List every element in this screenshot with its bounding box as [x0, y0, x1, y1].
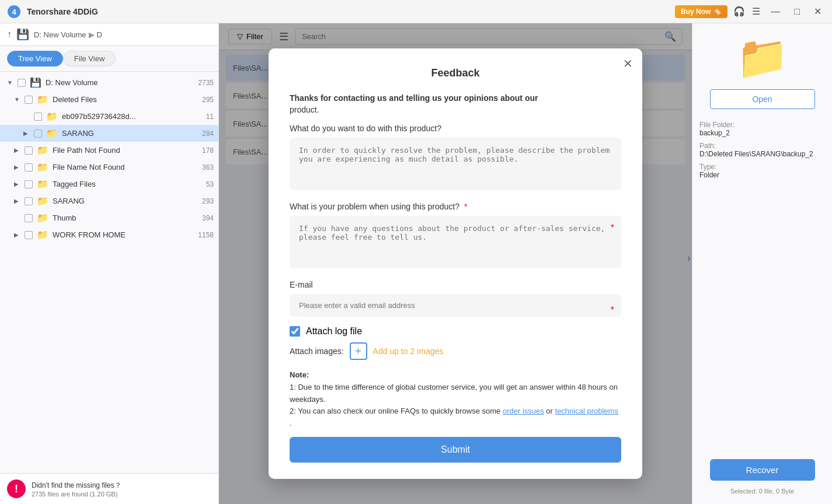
tree-item[interactable]: ▶ 📁 SARANG 284 — [0, 125, 218, 142]
required-indicator-email: * — [611, 305, 614, 316]
note-section: Note: 1: Due to the time difference of g… — [290, 369, 621, 430]
tree-item[interactable]: ▶ 📁 WORK FROM HOME 1158 — [0, 226, 218, 243]
item-label: SARANG — [53, 197, 200, 205]
menu-icon[interactable]: ☰ — [752, 6, 760, 17]
breadcrumb-sep: ▶ — [89, 30, 95, 39]
sidebar: ↑ 💾 D: New Volume ▶ D Tree View File Vie… — [0, 23, 219, 504]
folder-icon: 📁 — [37, 178, 48, 190]
tree-item[interactable]: ▶ 📁 Tagged Files 53 — [0, 176, 218, 192]
folder-icon: 📁 — [37, 195, 48, 206]
attach-log-checkbox[interactable] — [290, 326, 300, 337]
email-label: E-mail — [290, 280, 621, 289]
sidebar-footer: ! Didn't find the missing files？ 2735 fi… — [0, 473, 218, 504]
attach-log-label: Attach log file — [306, 326, 362, 337]
item-label: Deleted Files — [53, 95, 200, 104]
folder-icon: 💾 — [30, 77, 41, 88]
type-value: Folder — [699, 171, 825, 179]
note-line2-pre: 2: You can also check our online FAQs to… — [290, 407, 503, 415]
feedback-modal: ✕ Feedback Thanks for contacting us and … — [269, 48, 642, 479]
expand-icon: ▼ — [7, 79, 15, 86]
breadcrumb-root: D: New Volume — [34, 30, 86, 39]
expand-icon: ▶ — [14, 232, 22, 238]
item-checkbox[interactable] — [25, 163, 33, 172]
modal-close-button[interactable]: ✕ — [623, 57, 633, 71]
expand-icon: ▶ — [14, 147, 22, 153]
item-checkbox[interactable] — [34, 113, 42, 121]
item-checkbox[interactable] — [25, 180, 33, 188]
folder-icon: 📁 — [37, 212, 48, 223]
app-logo: 4 — [7, 5, 21, 19]
item-label: eb097b529736428d... — [62, 112, 204, 121]
add-images-text[interactable]: Add up to 2 images — [373, 346, 444, 356]
email-wrapper: * — [290, 294, 621, 326]
modal-intro-line2: product. — [290, 105, 621, 114]
technical-problems-link[interactable]: technical problems — [555, 407, 618, 415]
app-body: ↑ 💾 D: New Volume ▶ D Tree View File Vie… — [0, 23, 832, 504]
tree-item[interactable]: 📁 eb097b529736428d... 11 — [0, 108, 218, 125]
item-count: 53 — [206, 180, 214, 188]
maximize-button[interactable]: □ — [791, 6, 803, 17]
textarea2-wrapper: * — [290, 216, 621, 280]
item-count: 295 — [202, 96, 214, 104]
note-line1: 1: Due to the time difference of global … — [290, 383, 618, 404]
tree-item[interactable]: 📁 Thumb 394 — [0, 209, 218, 226]
add-image-button[interactable]: + — [350, 342, 367, 360]
item-count: 363 — [202, 163, 214, 172]
path-label: Path: — [699, 142, 825, 150]
folder-icon: 📁 — [46, 111, 58, 122]
tree-item[interactable]: ▶ 📁 File Path Not Found 178 — [0, 142, 218, 159]
breadcrumb-sub: D — [97, 30, 102, 39]
tree-list: ▼ 💾 D: New Volume 2735 ▼ 📁 Deleted Files… — [0, 72, 218, 473]
modal-overlay: ✕ Feedback Thanks for contacting us and … — [219, 23, 692, 504]
problem-textarea[interactable] — [290, 216, 621, 268]
item-label: File Name Not Found — [53, 163, 200, 172]
headset-icon[interactable]: 🎧 — [733, 6, 745, 17]
item-checkbox[interactable] — [25, 231, 33, 239]
question2-label: What is your problem when using this pro… — [290, 202, 621, 211]
item-checkbox[interactable] — [25, 96, 33, 104]
item-count: 1158 — [198, 231, 214, 239]
path-value: D:\Deleted Files\SARANG\backup_2 — [699, 150, 825, 158]
item-count: 394 — [202, 214, 214, 222]
warning-icon: ! — [7, 480, 26, 498]
svg-text:4: 4 — [12, 8, 16, 16]
tree-item[interactable]: ▶ 📁 SARANG 293 — [0, 192, 218, 209]
tree-item[interactable]: ▶ 📁 File Name Not Found 363 — [0, 159, 218, 176]
tree-item[interactable]: ▼ 💾 D: New Volume 2735 — [0, 74, 218, 91]
item-label: File Path Not Found — [53, 146, 200, 155]
note-title: Note: — [290, 370, 309, 379]
item-label: Thumb — [53, 214, 200, 222]
item-checkbox[interactable] — [25, 214, 33, 222]
item-checkbox[interactable] — [25, 146, 33, 155]
file-folder-value: backup_2 — [699, 129, 825, 137]
item-count: 2735 — [198, 79, 214, 87]
buynow-button[interactable]: Buy Now 🏷️ — [675, 5, 727, 18]
footer-text-block: Didn't find the missing files？ 2735 file… — [32, 481, 121, 498]
tree-item[interactable]: ▼ 📁 Deleted Files 295 — [0, 91, 218, 108]
close-button[interactable]: ✕ — [810, 6, 825, 17]
item-count: 293 — [202, 197, 214, 205]
drive-icon: 💾 — [16, 28, 29, 41]
order-issues-link[interactable]: order issues — [503, 407, 544, 415]
submit-button[interactable]: Submit — [290, 437, 621, 463]
item-checkbox[interactable] — [34, 130, 42, 138]
recover-button[interactable]: Recover — [710, 459, 815, 481]
attach-images-row: Attach images: + Add up to 2 images — [290, 342, 621, 360]
item-checkbox[interactable] — [25, 197, 33, 205]
expand-icon: ▶ — [14, 198, 22, 204]
item-label: D: New Volume — [46, 78, 196, 87]
minimize-button[interactable]: — — [767, 6, 784, 17]
meta-section: File Folder: backup_2 Path: D:\Deleted F… — [699, 116, 825, 179]
sidebar-toolbar: ↑ 💾 D: New Volume ▶ D — [0, 23, 218, 46]
tree-view-tab[interactable]: Tree View — [7, 51, 63, 66]
open-button[interactable]: Open — [710, 89, 815, 109]
folder-icon: 📁 — [46, 128, 58, 139]
item-label: Tagged Files — [53, 180, 204, 188]
textarea1-wrapper — [290, 138, 621, 202]
product-opinion-textarea[interactable] — [290, 138, 621, 190]
file-view-tab[interactable]: File View — [63, 51, 116, 66]
back-arrow-icon[interactable]: ↑ — [7, 29, 12, 40]
expand-icon: ▼ — [14, 96, 22, 103]
email-input[interactable] — [290, 294, 621, 317]
item-checkbox[interactable] — [18, 79, 26, 87]
